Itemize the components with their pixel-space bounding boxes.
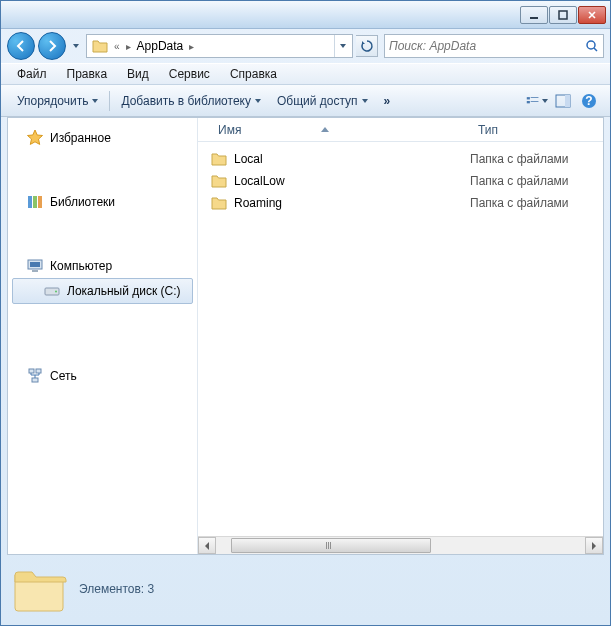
file-view: Имя Тип LocalПапка с файламиLocalLowПапк… <box>198 118 603 554</box>
add-to-library-button[interactable]: Добавить в библиотеку <box>113 90 269 112</box>
scroll-right-button[interactable] <box>585 537 603 554</box>
navbar: « ▸ AppData ▸ <box>1 29 610 63</box>
forward-button[interactable] <box>38 32 66 60</box>
explorer-window: « ▸ AppData ▸ Файл Правка Вид Сервис Спр… <box>0 0 611 626</box>
star-icon <box>26 129 44 147</box>
svg-rect-4 <box>531 97 539 98</box>
scroll-track[interactable] <box>216 537 585 554</box>
menubar: Файл Правка Вид Сервис Справка <box>1 63 610 85</box>
folder-icon <box>210 173 228 189</box>
scroll-thumb[interactable] <box>231 538 431 553</box>
sidebar-item-libraries[interactable]: Библиотеки <box>8 190 197 214</box>
search-icon[interactable] <box>585 39 599 53</box>
sidebar-label: Библиотеки <box>50 195 115 209</box>
organize-button[interactable]: Упорядочить <box>9 90 106 112</box>
navigation-pane[interactable]: Избранное Библиотеки Компьютер Локальный… <box>8 118 198 554</box>
breadcrumb-chevron-icon[interactable]: ▸ <box>123 41 134 52</box>
menu-view[interactable]: Вид <box>117 65 159 83</box>
sidebar-item-computer[interactable]: Компьютер <box>8 254 197 278</box>
file-name: Roaming <box>234 196 282 210</box>
libraries-icon <box>26 193 44 211</box>
address-dropdown[interactable] <box>334 35 350 57</box>
file-type: Папка с файлами <box>470 196 569 210</box>
breadcrumb-chevron-icon[interactable]: ▸ <box>186 41 197 52</box>
svg-rect-6 <box>531 101 539 102</box>
menu-edit[interactable]: Правка <box>57 65 118 83</box>
svg-rect-16 <box>32 270 38 272</box>
sidebar-item-local-disk[interactable]: Локальный диск (C:) <box>12 278 193 304</box>
file-row[interactable]: LocalLowПапка с файлами <box>198 170 603 192</box>
menu-help[interactable]: Справка <box>220 65 287 83</box>
horizontal-scrollbar[interactable] <box>198 536 603 554</box>
svg-rect-8 <box>565 95 570 107</box>
toolbar-overflow[interactable]: » <box>376 94 399 108</box>
file-type: Папка с файлами <box>470 152 569 166</box>
content-area: Избранное Библиотеки Компьютер Локальный… <box>7 117 604 555</box>
svg-rect-1 <box>559 11 567 19</box>
close-button[interactable] <box>578 6 606 24</box>
sidebar-item-favorites[interactable]: Избранное <box>8 126 197 150</box>
sidebar-item-network[interactable]: Сеть <box>8 364 197 388</box>
file-row[interactable]: LocalПапка с файлами <box>198 148 603 170</box>
sidebar-label: Компьютер <box>50 259 112 273</box>
menu-file[interactable]: Файл <box>7 65 57 83</box>
folder-icon <box>210 151 228 167</box>
svg-rect-0 <box>530 17 538 19</box>
refresh-button[interactable] <box>356 35 378 57</box>
svg-rect-21 <box>32 378 38 382</box>
drive-icon <box>43 282 61 300</box>
svg-rect-19 <box>29 369 34 373</box>
sidebar-label: Избранное <box>50 131 111 145</box>
svg-rect-3 <box>527 97 530 99</box>
help-button[interactable]: ? <box>578 90 600 112</box>
svg-rect-20 <box>36 369 41 373</box>
sidebar-label: Локальный диск (C:) <box>67 284 181 298</box>
column-header-type[interactable]: Тип <box>470 119 506 141</box>
folder-icon <box>210 195 228 211</box>
search-box[interactable] <box>384 34 604 58</box>
column-headers: Имя Тип <box>198 118 603 142</box>
breadcrumb-ellipsis[interactable]: « <box>111 41 123 52</box>
address-bar[interactable]: « ▸ AppData ▸ <box>86 34 353 58</box>
computer-icon <box>26 257 44 275</box>
file-list[interactable]: LocalПапка с файламиLocalLowПапка с файл… <box>198 142 603 536</box>
svg-rect-11 <box>28 196 32 208</box>
minimize-button[interactable] <box>520 6 548 24</box>
column-header-name[interactable]: Имя <box>210 119 470 141</box>
svg-text:?: ? <box>585 94 592 108</box>
titlebar[interactable] <box>1 1 610 29</box>
details-pane: Элементов: 3 <box>7 559 604 619</box>
search-input[interactable] <box>389 39 585 53</box>
toolbar: Упорядочить Добавить в библиотеку Общий … <box>1 85 610 117</box>
svg-point-2 <box>587 41 595 49</box>
folder-icon <box>11 565 67 613</box>
folder-icon <box>91 37 109 55</box>
svg-point-18 <box>55 291 57 293</box>
preview-pane-button[interactable] <box>552 90 574 112</box>
sidebar-label: Сеть <box>50 369 77 383</box>
maximize-button[interactable] <box>549 6 577 24</box>
sort-indicator-icon <box>321 127 329 132</box>
file-row[interactable]: RoamingПапка с файлами <box>198 192 603 214</box>
breadcrumb-segment[interactable]: AppData <box>134 39 187 53</box>
item-count-label: Элементов: 3 <box>79 582 154 596</box>
network-icon <box>26 367 44 385</box>
svg-rect-15 <box>30 262 40 267</box>
share-button[interactable]: Общий доступ <box>269 90 376 112</box>
file-type: Папка с файлами <box>470 174 569 188</box>
svg-rect-13 <box>38 196 42 208</box>
file-name: Local <box>234 152 263 166</box>
nav-history-dropdown[interactable] <box>69 36 83 56</box>
separator <box>109 91 110 111</box>
view-options-button[interactable] <box>526 90 548 112</box>
file-name: LocalLow <box>234 174 285 188</box>
scroll-left-button[interactable] <box>198 537 216 554</box>
back-button[interactable] <box>7 32 35 60</box>
svg-rect-12 <box>33 196 37 208</box>
menu-tools[interactable]: Сервис <box>159 65 220 83</box>
svg-rect-5 <box>527 101 530 103</box>
